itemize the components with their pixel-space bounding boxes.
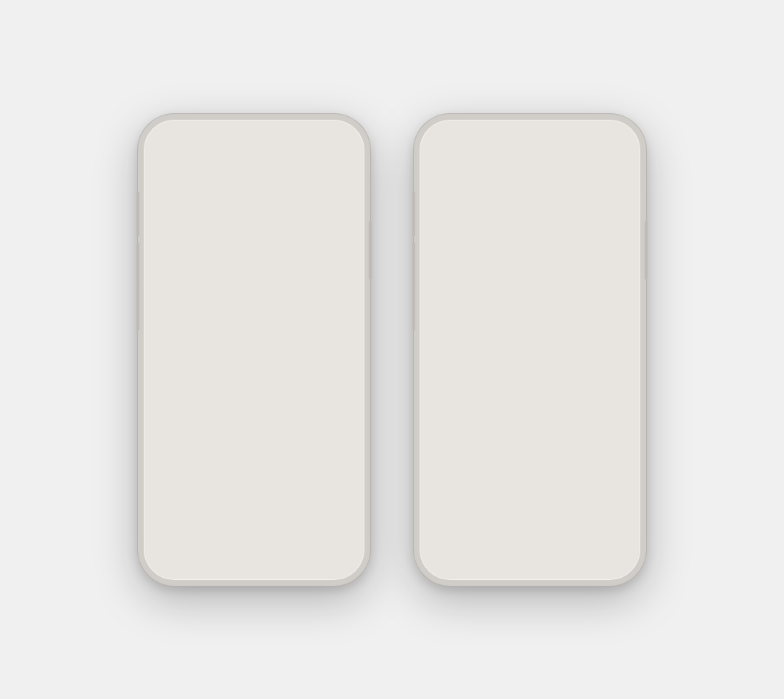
notch-right — [486, 120, 573, 140]
battery-right — [610, 139, 626, 147]
phone-screen-left: 10:34 ≈ ↓ An update is available at theo… — [144, 120, 364, 580]
memory-text-right: In memory of Küp (s0uthwest) — [477, 557, 584, 580]
settings-label-left: Settings — [173, 441, 331, 452]
home-indicator-right — [494, 571, 566, 574]
option-settings-right[interactable]: Settings › — [439, 433, 620, 461]
option-restore-rootfs-left[interactable]: Restore RootFS — [163, 401, 344, 433]
option-credits-right[interactable]: Credits › — [439, 461, 620, 488]
signal-right — [589, 139, 600, 147]
credits-chevron-right: › — [608, 469, 611, 479]
enable-tweaks-toggle-right[interactable] — [583, 376, 611, 392]
wifi-right: ≈ — [603, 139, 607, 147]
credits-chevron-left: › — [332, 469, 335, 479]
memory-text-left: In memory of Küp (s0uthwest) — [201, 557, 308, 580]
jailbreak-button-left[interactable]: Jailbroken — [196, 232, 312, 348]
home-indicator-left — [218, 571, 290, 574]
wifi-left: ≈ — [327, 139, 331, 147]
app-content-right: Odyssey Jailbreak Enable Tweaks Restore … — [420, 120, 640, 580]
restore-rootfs-toggle-left[interactable] — [307, 409, 335, 425]
option-enable-tweaks-left[interactable]: Enable Tweaks — [163, 368, 344, 401]
notch-left — [211, 120, 298, 140]
signal-left — [313, 139, 324, 147]
option-enable-tweaks-right[interactable]: Enable Tweaks — [439, 368, 620, 401]
odyssey-logo-left: Odyssey — [194, 174, 314, 217]
credits-label-left: Credits — [173, 469, 331, 480]
status-icons-right: ≈ — [589, 139, 626, 147]
settings-chevron-left: › — [332, 441, 335, 451]
option-credits-left[interactable]: Credits › — [163, 461, 344, 488]
status-icons-left: ≈ — [313, 139, 350, 147]
phone-left: 10:34 ≈ ↓ An update is available at theo… — [138, 114, 370, 586]
update-text-right: An update is available at theodyssey.dev — [444, 158, 576, 165]
enable-tweaks-label-left: Enable Tweaks — [173, 378, 306, 389]
odyssey-logo-right: Odyssey — [470, 174, 590, 217]
app-content-left: Odyssey Jailbroken Enable Tweaks Restore… — [144, 120, 364, 580]
download-icon-right: ↓ — [428, 156, 440, 168]
enable-tweaks-toggle-left[interactable] — [307, 376, 335, 392]
options-panel-right: Enable Tweaks Restore RootFS Settings › — [439, 368, 620, 488]
jailbreak-label-left: Jailbroken — [229, 283, 279, 295]
phone-screen-right: 9:33 ≈ ↓ An update is available at theod… — [420, 120, 640, 580]
settings-label-right: Settings — [449, 441, 607, 452]
restore-rootfs-label-right: Restore RootFS — [449, 411, 582, 422]
restore-rootfs-label-left: Restore RootFS — [173, 411, 306, 422]
credits-label-right: Credits — [449, 469, 607, 480]
phone-right: 9:33 ≈ ↓ An update is available at theod… — [414, 114, 646, 586]
jailbreak-label-right: Jailbreak — [508, 283, 552, 295]
option-settings-left[interactable]: Settings › — [163, 433, 344, 461]
update-text-left: An update is available at theodyssey.dev — [168, 158, 300, 165]
download-icon-left: ↓ — [152, 156, 164, 168]
battery-left — [334, 139, 350, 147]
settings-chevron-right: › — [608, 441, 611, 451]
update-banner-right[interactable]: ↓ An update is available at theodyssey.d… — [420, 152, 640, 172]
update-banner-left[interactable]: ↓ An update is available at theodyssey.d… — [144, 152, 364, 172]
enable-tweaks-label-right: Enable Tweaks — [449, 378, 582, 389]
options-panel-left: Enable Tweaks Restore RootFS Settings › — [163, 368, 344, 488]
jailbreak-button-right[interactable]: Jailbreak — [472, 232, 588, 348]
option-restore-rootfs-right[interactable]: Restore RootFS — [439, 401, 620, 433]
restore-rootfs-toggle-right[interactable] — [583, 409, 611, 425]
